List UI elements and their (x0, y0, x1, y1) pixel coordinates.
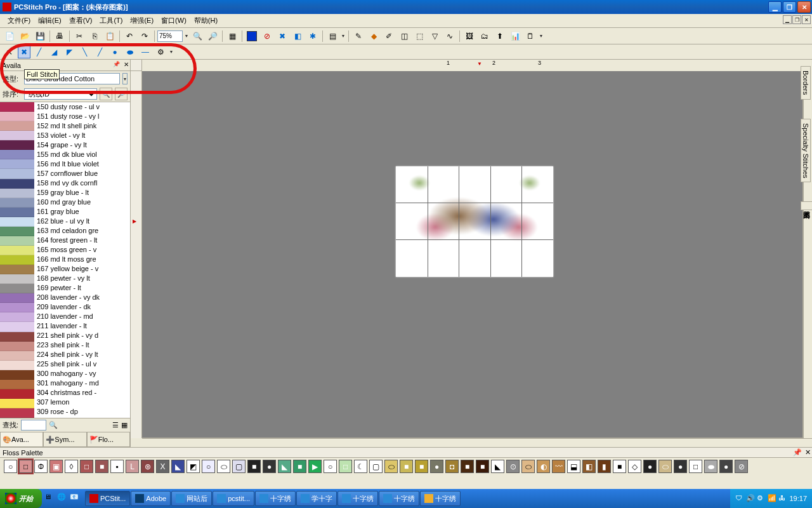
color-item[interactable]: 166 md lt moss gre (34, 255, 130, 264)
color-item[interactable]: 157 cornflower blue (34, 169, 130, 178)
color-swatch[interactable] (0, 380, 34, 389)
menu-view[interactable]: 查看(V) (65, 15, 96, 27)
pin-icon[interactable]: 📌 (113, 61, 120, 67)
color-swatch[interactable] (0, 169, 34, 178)
tray-time[interactable]: 19:17 (789, 495, 807, 502)
design-canvas[interactable] (142, 71, 803, 438)
color-swatch[interactable] (0, 342, 34, 351)
floss-chip[interactable]: 〰 (552, 460, 565, 473)
color-swatch[interactable] (0, 246, 34, 255)
floss-chip[interactable]: ■ (461, 460, 474, 473)
color-item[interactable]: 155 md dk blue viol (34, 150, 130, 159)
tab-borders[interactable]: Borders (801, 66, 811, 100)
menu-window[interactable]: 窗口(W) (157, 15, 190, 27)
color-swatch[interactable] (0, 351, 34, 361)
color-item[interactable]: 211 lavender - lt (34, 321, 130, 331)
ql-icon[interactable]: 🌐 (57, 493, 69, 504)
tool-e-icon[interactable]: ⬚ (412, 29, 426, 43)
grid-icon[interactable]: ▦ (225, 29, 239, 43)
floss-chip[interactable]: ○ (4, 460, 17, 473)
color-names[interactable]: 150 dusty rose - ul v151 dusty rose - vy… (34, 102, 130, 418)
color-item[interactable]: 153 violet - vy lt (34, 131, 130, 140)
menu-tools[interactable]: 工具(T) (96, 15, 126, 27)
color-item[interactable]: 158 md vy dk cornfl (34, 178, 130, 188)
tab-floss[interactable]: 🚩Flo... (87, 432, 130, 447)
color-swatch[interactable] (0, 322, 34, 331)
tray-icon[interactable]: 🔊 (746, 494, 755, 503)
floss-chip[interactable]: □ (689, 460, 702, 473)
save-icon[interactable]: 💾 (33, 29, 47, 43)
color-item[interactable]: 156 md lt blue violet (34, 159, 130, 169)
color-item[interactable]: 208 lavender - vy dk (34, 293, 130, 302)
stitch-half-icon[interactable]: ◧ (291, 29, 304, 43)
tray-icon[interactable]: 🖧 (778, 494, 787, 503)
sort-select[interactable]: 绣线ID (24, 88, 97, 100)
color-swatch[interactable] (0, 312, 34, 322)
cut-icon[interactable]: ✂ (72, 29, 86, 43)
color-swatch[interactable] (0, 408, 34, 418)
floss-pin-icon[interactable]: 📌 (793, 448, 802, 457)
floss-chip[interactable]: L (126, 460, 139, 473)
color-swatch[interactable] (0, 121, 34, 131)
floss-chip[interactable]: ● (719, 460, 733, 473)
floss-chip[interactable]: ⬬ (704, 460, 717, 473)
color-swatch[interactable] (0, 284, 34, 293)
color-item[interactable]: 160 md gray blue (34, 197, 130, 207)
floss-chip[interactable]: ▢ (232, 460, 246, 473)
maximize-button[interactable]: ❐ (783, 1, 796, 13)
color-item[interactable]: 151 dusty rose - vy l (34, 112, 130, 121)
color-item[interactable]: 301 mahogany - md (34, 378, 130, 388)
floss-chip[interactable]: ● (263, 460, 276, 473)
task-button[interactable]: 十字绣 (255, 491, 296, 506)
color-item[interactable]: 154 grape - vy lt (34, 140, 130, 150)
zoomout-icon[interactable]: 🔎 (206, 29, 219, 43)
floss-chip[interactable]: ▪ (110, 460, 124, 473)
color-swatch[interactable] (0, 399, 34, 408)
type-dropdown-icon[interactable]: ▼ (122, 73, 128, 84)
color-swatch[interactable] (0, 255, 34, 265)
tool-j-icon[interactable]: ⬆ (493, 29, 507, 43)
floss-chip[interactable]: ■ (247, 460, 261, 473)
floss-chip[interactable]: ◣ (491, 460, 504, 473)
tool-l-icon[interactable]: 🗒 (523, 29, 537, 43)
dash-icon[interactable]: — (138, 45, 152, 59)
color-swatch[interactable] (0, 159, 34, 169)
tool-a-icon[interactable]: ✎ (351, 29, 365, 43)
floss-chip[interactable]: ◊ (65, 460, 78, 473)
stitch-back-icon[interactable]: ✱ (306, 29, 320, 43)
color-item[interactable]: 162 blue - ul vy lt (34, 217, 130, 226)
mdi-min-icon[interactable]: ▁ (783, 15, 792, 24)
floss-chip[interactable]: ▮ (598, 460, 611, 473)
floss-chip[interactable]: ■ (415, 460, 428, 473)
floss-chip[interactable]: ⬓ (567, 460, 580, 473)
menu-edit[interactable]: 编辑(E) (34, 15, 65, 27)
knot-icon[interactable]: ● (108, 45, 122, 59)
color-item[interactable]: 164 forest green - lt (34, 236, 130, 245)
color-swatch[interactable] (0, 198, 34, 208)
floss-chip[interactable]: ○ (202, 460, 215, 473)
color-swatch[interactable] (0, 332, 34, 342)
floss-chip[interactable]: ■ (293, 460, 306, 473)
minimize-button[interactable]: ▁ (768, 1, 782, 13)
floss-chip[interactable]: ⬭ (384, 460, 398, 473)
color-item[interactable]: 225 shell pink - ul v (34, 359, 130, 369)
special-dropdown-icon[interactable]: ▼ (169, 46, 174, 58)
color-item[interactable]: 152 md lt shell pink (34, 121, 130, 131)
new-icon[interactable]: 📄 (3, 29, 16, 43)
task-button[interactable]: 网站后 (171, 491, 212, 506)
task-button[interactable]: Adobe (131, 491, 171, 506)
task-button[interactable]: pcstit... (213, 491, 254, 506)
color-swatch[interactable] (0, 140, 34, 150)
color-item[interactable]: 159 gray blue - lt (34, 188, 130, 197)
panel-close-icon[interactable]: ✕ (124, 61, 129, 68)
color-item[interactable]: 223 shell pink - lt (34, 340, 130, 350)
start-button[interactable]: 开始 (0, 489, 42, 508)
color-item[interactable]: 210 lavender - md (34, 312, 130, 321)
color-swatch[interactable] (0, 293, 34, 303)
nocolor-icon[interactable]: ⊘ (260, 29, 274, 43)
floss-chip[interactable]: Φ (34, 460, 48, 473)
color-swatch[interactable] (0, 217, 34, 227)
floss-chip[interactable]: ⬭ (521, 460, 535, 473)
task-button[interactable]: 十字绣 (379, 491, 419, 506)
floss-chip[interactable]: X (156, 460, 169, 473)
